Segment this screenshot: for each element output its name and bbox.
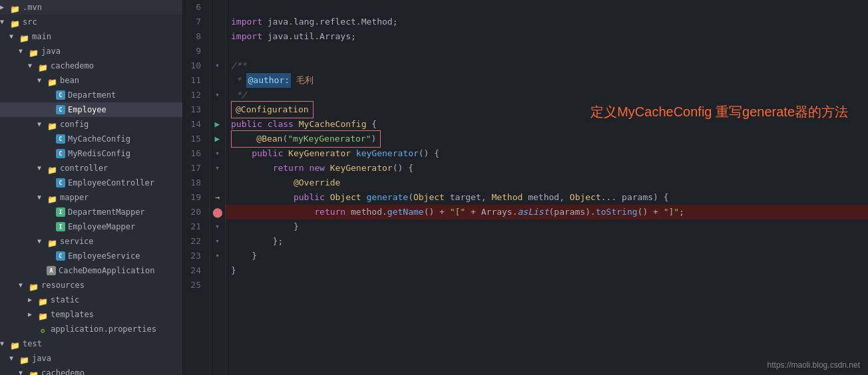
token (231, 176, 294, 190)
sidebar-item-test[interactable]: ▼📁test (0, 336, 182, 351)
code-line-13: @Configuration (226, 102, 868, 117)
sidebar-item-service[interactable]: ▼📁service (0, 234, 182, 249)
token: () + (638, 205, 664, 219)
sidebar-item-Employee[interactable]: CEmployee (0, 102, 182, 117)
code-line-25 (226, 278, 868, 293)
token: "[" (450, 205, 465, 219)
tree-label-MyCacheConfig: MyCacheConfig (68, 132, 130, 146)
line-number-23: 23 (188, 249, 201, 263)
sidebar-item-java-test[interactable]: ▼📁java (0, 351, 182, 366)
gutter-8 (210, 29, 225, 44)
token: + Arrays. (465, 205, 517, 219)
token: keyGenerator (356, 146, 419, 161)
class-icon-a: A (47, 266, 56, 275)
line-number-18: 18 (188, 176, 201, 190)
tree-arrow-cachedemo: ▼ (28, 59, 37, 73)
code-line-23: } (226, 249, 868, 263)
token: Object (330, 190, 361, 205)
sidebar-item-application.properties[interactable]: ⚙application.properties (0, 322, 182, 336)
line-number-14: 14 (188, 117, 201, 132)
line-number-24: 24 (188, 263, 201, 278)
token: java.util.Arrays; (262, 29, 356, 44)
sidebar-item-mvn[interactable]: ▶📁.mvn (0, 0, 182, 15)
tree-arrow-resources: ▼ (19, 278, 28, 293)
breakpoint-icon[interactable]: ⬤ (212, 205, 223, 219)
sidebar-item-MyCacheConfig[interactable]: CMyCacheConfig (0, 132, 182, 146)
sidebar-item-resources[interactable]: ▼📁resources (0, 278, 182, 293)
code-line-12: */ (226, 88, 868, 102)
gutter-25 (210, 278, 225, 293)
tree-label-MyRedisConfig: MyRedisConfig (68, 146, 130, 161)
class-icon-c: C (56, 149, 65, 158)
sidebar-item-java[interactable]: ▼📁java (0, 44, 182, 59)
token: () { (393, 161, 413, 176)
token: method. (345, 205, 387, 219)
code-line-14: public class MyCacheConfig { (226, 117, 868, 132)
token: ... params) { (601, 190, 669, 205)
sidebar-item-cachedemo[interactable]: ▼📁cachedemo (0, 59, 182, 73)
tree-arrow-static: ▶ (28, 293, 37, 307)
token: @Bean (256, 134, 282, 144)
token: * (231, 73, 246, 88)
tree-arrow-test: ▼ (0, 336, 9, 351)
sidebar-item-DepartmentMapper[interactable]: IDepartmentMapper (0, 205, 182, 219)
sidebar-item-cachedemo-test[interactable]: ▼📁cachedemo (0, 366, 182, 375)
folder-icon: 📁 (47, 236, 57, 247)
gutter-20: ⬤ (210, 205, 225, 219)
sidebar-item-config[interactable]: ▼📁config (0, 117, 182, 132)
run-icon[interactable]: ▶ (215, 117, 220, 132)
tree-label-config: config (60, 117, 89, 132)
token: public (294, 190, 325, 205)
sidebar-item-MyRedisConfig[interactable]: CMyRedisConfig (0, 146, 182, 161)
sidebar-item-templates[interactable]: ▶📁templates (0, 307, 182, 322)
file-tree[interactable]: ▶📁.mvn▼📁src▼📁main▼📁java▼📁cachedemo▼📁bean… (0, 0, 183, 375)
sidebar-item-bean[interactable]: ▼📁bean (0, 73, 182, 88)
line-number-19: 19 (188, 190, 201, 205)
gutter-24 (210, 263, 225, 278)
tree-label-controller: controller (60, 161, 108, 176)
code-line-24: } (226, 263, 868, 278)
gutter-21: ▾ (210, 219, 225, 234)
gutter-11 (210, 73, 225, 88)
token: toString (596, 205, 638, 219)
token: KeyGenerator (288, 146, 351, 161)
sidebar-item-Department[interactable]: CDepartment (0, 88, 182, 102)
gutter-13 (210, 102, 225, 117)
sidebar-item-main[interactable]: ▼📁main (0, 29, 182, 44)
line-number-8: 8 (188, 29, 201, 44)
token: import (231, 29, 262, 44)
sidebar-item-CacheDemoApplication[interactable]: ACacheDemoApplication (0, 263, 182, 278)
code-line-16: public KeyGenerator keyGenerator() { (226, 146, 868, 161)
gutter-19: → (210, 190, 225, 205)
line-numbers: 678910111213141516171819202122232425 (183, 0, 210, 375)
tree-arrow-src: ▼ (0, 15, 9, 29)
token: () + (424, 205, 450, 219)
tree-arrow-java-test: ▼ (9, 351, 19, 366)
sidebar-item-mapper[interactable]: ▼📁mapper (0, 190, 182, 205)
sidebar-item-EmployeeMapper[interactable]: IEmployeeMapper (0, 219, 182, 234)
sidebar-item-EmployeeController[interactable]: CEmployeeController (0, 176, 182, 190)
run-icon-2[interactable]: ▶ (215, 132, 220, 146)
token (304, 161, 310, 176)
gutter-9 (210, 44, 225, 59)
sidebar-item-src[interactable]: ▼📁src (0, 15, 182, 29)
highlighted-box-15: @Bean("myKeyGenerator") (231, 130, 381, 148)
token: ( (408, 190, 413, 205)
sidebar-item-controller[interactable]: ▼📁controller (0, 161, 182, 176)
tree-label-test: test (23, 336, 42, 351)
token: } (231, 263, 236, 278)
highlighted-box-13: @Configuration (231, 101, 314, 118)
code-line-20: return method.getName() + "[" + Arrays.a… (226, 205, 868, 219)
token (325, 161, 330, 176)
code-line-8: import java.util.Arrays; (226, 29, 868, 44)
line-number-22: 22 (188, 234, 201, 249)
sidebar-item-static[interactable]: ▶📁static (0, 293, 182, 307)
fold-icon: ▾ (215, 59, 220, 73)
sidebar-item-EmployeeService[interactable]: CEmployeeService (0, 249, 182, 263)
line-number-6: 6 (188, 0, 201, 15)
tree-arrow-templates: ▶ (28, 307, 37, 322)
gutter-14: ▶ (210, 117, 225, 132)
tree-arrow-bean: ▼ (37, 73, 47, 88)
token: "]" (664, 205, 679, 219)
code-line-10: /** (226, 59, 868, 73)
